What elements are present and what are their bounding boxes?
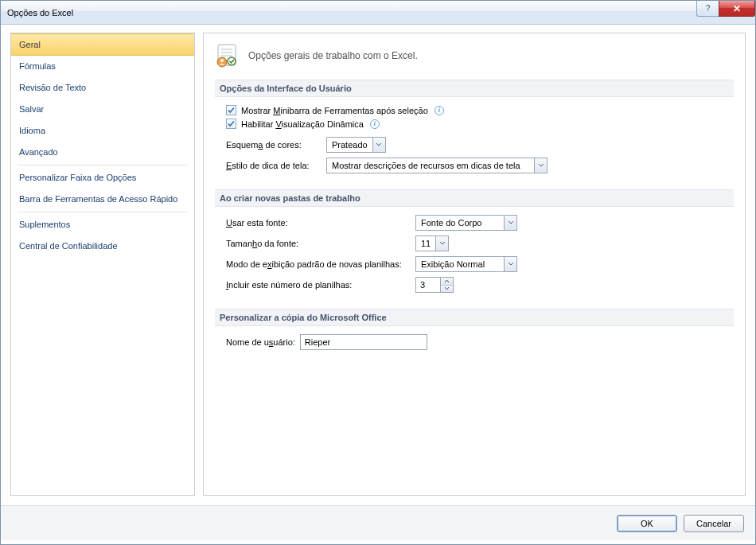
tooltip-style-label: Estilo de dica de tela: [226,161,321,170]
sidebar-label: Central de Confiabilidade [19,241,118,251]
default-view-select[interactable]: Exibição Normal [415,256,517,272]
page-heading-text: Opções gerais de trabalho com o Excel. [248,50,418,61]
sidebar-item-geral[interactable]: Geral [11,33,194,56]
sidebar-label: Fórmulas [19,61,56,71]
close-button[interactable]: ✕ [719,1,755,17]
window-controls: ? ✕ [696,1,755,17]
sidebar-item-revisao[interactable]: Revisão de Texto [11,77,194,99]
sidebar-item-central-confiabilidade[interactable]: Central de Confiabilidade [11,236,194,257]
window-title: Opções do Excel [7,8,73,18]
page-heading: Opções gerais de trabalho com o Excel. [215,43,734,68]
default-view-value: Exibição Normal [416,257,504,271]
sidebar-label: Suplementos [19,220,70,229]
username-label: Nome de usuário: [226,337,295,347]
sidebar-separator [18,212,188,212]
dropdown-arrow-icon [372,138,385,152]
sidebar-item-personalizar-faixa[interactable]: Personalizar Faixa de Opções [11,167,194,189]
sidebar-item-suplementos[interactable]: Suplementos [11,214,194,236]
sheets-count-label: Incluir este número de planilhas: [226,280,411,290]
sidebar-item-salvar[interactable]: Salvar [11,99,194,120]
dropdown-arrow-icon [534,158,547,173]
info-icon[interactable]: i [435,106,444,115]
sidebar-label: Idioma [19,126,45,135]
color-scheme-value: Prateado [327,138,372,152]
sidebar-item-idioma[interactable]: Idioma [11,120,194,142]
sidebar-item-barra-acesso-rapido[interactable]: Barra de Ferramentas de Acesso Rápido [11,189,194,210]
sidebar-label: Revisão de Texto [19,83,86,92]
section-header-new-workbook: Ao criar novas pastas de trabalho [215,189,734,207]
dialog-button-bar: OK Cancelar [1,505,755,540]
dropdown-arrow-icon [504,257,516,271]
sidebar-label: Salvar [19,104,44,114]
main-panel: Opções gerais de trabalho com o Excel. O… [203,33,746,496]
font-select[interactable]: Fonte do Corpo [415,215,517,231]
sidebar-separator [18,165,188,165]
tooltip-style-select[interactable]: Mostrar descrições de recursos em dicas … [326,158,548,173]
checkbox-live-preview[interactable] [226,119,236,129]
font-size-value: 11 [416,236,435,251]
username-input[interactable] [300,334,427,350]
sheets-count-value: 3 [416,278,440,292]
options-icon [215,43,240,68]
tooltip-style-value: Mostrar descrições de recursos em dicas … [327,158,534,173]
dropdown-arrow-icon [435,236,448,251]
ok-button[interactable]: OK [617,515,677,532]
sidebar-item-avancado[interactable]: Avançado [11,142,194,163]
close-icon: ✕ [733,3,741,14]
info-icon[interactable]: i [370,119,380,129]
dropdown-arrow-icon [504,216,516,230]
color-scheme-label: Esquema de cores: [226,140,321,150]
sidebar-label: Personalizar Faixa de Opções [19,173,136,182]
font-size-label: Tamanho da fonte: [226,239,411,248]
section-header-ui: Opções da Interface do Usuário [215,80,734,97]
category-sidebar: Geral Fórmulas Revisão de Texto Salvar I… [10,33,195,496]
checkbox-minibar[interactable] [226,105,236,115]
font-value: Fonte do Corpo [416,216,504,230]
checkbox-live-preview-label: Habilitar Visualização Dinâmica [241,119,364,129]
spinner-up-icon[interactable] [441,278,453,286]
sidebar-label: Barra de Ferramentas de Acesso Rápido [19,194,177,204]
titlebar: Opções do Excel ? ✕ [1,1,755,25]
svg-point-5 [220,59,224,63]
color-scheme-select[interactable]: Prateado [326,137,386,153]
help-icon: ? [706,4,711,13]
font-label: Usar esta fonte: [226,218,411,228]
help-button[interactable]: ? [696,1,719,17]
sidebar-item-formulas[interactable]: Fórmulas [11,56,194,77]
sheets-count-spinner[interactable]: 3 [415,277,454,293]
section-header-personalize: Personalizar a cópia do Microsoft Office [215,309,734,326]
sidebar-label: Avançado [19,147,58,157]
font-size-select[interactable]: 11 [415,236,449,251]
cancel-button[interactable]: Cancelar [684,515,744,532]
spinner-arrows [440,278,453,292]
default-view-label: Modo de exibição padrão de novas planilh… [226,259,411,269]
checkbox-minibar-label: Mostrar Minibarra de Ferramentas após se… [241,106,428,115]
sidebar-label: Geral [19,40,41,49]
spinner-down-icon[interactable] [441,286,453,293]
